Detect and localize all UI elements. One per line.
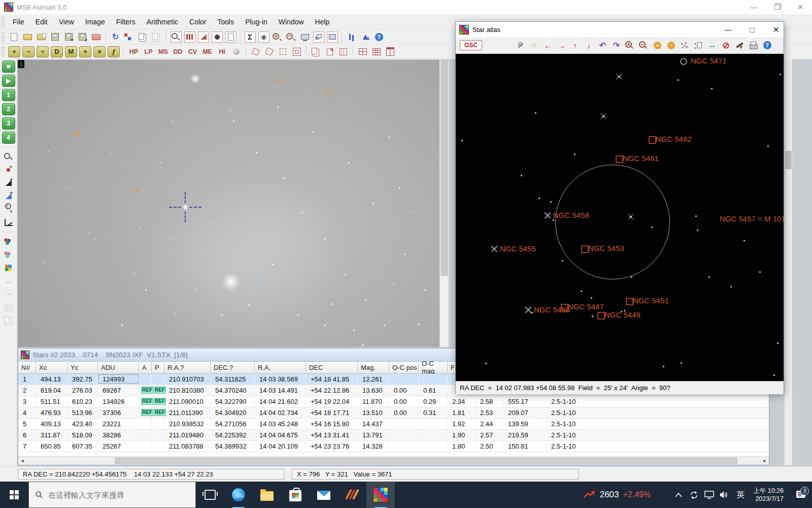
table-cell[interactable]: [139, 430, 152, 440]
sidebar-query-button[interactable]: [2, 203, 15, 215]
table-cell[interactable]: 211.083788: [164, 441, 211, 451]
close-button[interactable]: ✕: [789, 0, 812, 14]
menu-item-arithmetic[interactable]: Arithmetic: [141, 14, 184, 29]
save-j-button[interactable]: J: [76, 30, 89, 44]
table-cell[interactable]: 25267: [98, 441, 139, 451]
table-cell[interactable]: 1.92: [448, 419, 476, 429]
preview-button[interactable]: [169, 30, 183, 44]
table-cell[interactable]: 150.81: [503, 441, 547, 451]
columns-view-button[interactable]: [336, 45, 350, 58]
table-cell[interactable]: 211.019480: [164, 430, 211, 440]
table-horizontal-scrollbar[interactable]: ◂ ▸: [18, 456, 769, 465]
table-cell[interactable]: 311.87: [36, 430, 67, 440]
mosaic-button[interactable]: [358, 30, 372, 44]
column-header-Yc[interactable]: Yc: [67, 362, 98, 373]
atlas-block-button[interactable]: ⊘: [719, 39, 733, 51]
filter-ms-button[interactable]: MS: [157, 47, 169, 57]
menu-item-help[interactable]: Help: [310, 14, 335, 29]
table-cell[interactable]: 210.910703: [164, 374, 211, 384]
paste-button[interactable]: [150, 30, 163, 44]
table-cell[interactable]: 139.59: [503, 419, 547, 429]
table-cell[interactable]: 7: [18, 441, 36, 451]
sidebar-slot-3-button[interactable]: 3: [2, 117, 15, 130]
copy-button[interactable]: [136, 30, 150, 44]
table-cell[interactable]: [139, 441, 152, 451]
table-row[interactable]: 6311.87518.0938286211.01948054.22539214 …: [18, 430, 769, 441]
sidebar-star-select-button[interactable]: [2, 150, 15, 163]
column-header-N#[interactable]: N#: [18, 362, 36, 373]
table-cell[interactable]: 13.510: [358, 407, 389, 418]
column-header-R.A.?[interactable]: R.A.?: [164, 362, 211, 373]
table-cell[interactable]: REF: [152, 396, 164, 406]
column-header-Mag.[interactable]: Mag.: [358, 362, 389, 373]
table-cell[interactable]: 511.51: [36, 396, 67, 406]
zoom-in-button[interactable]: [270, 30, 284, 44]
page-export-button[interactable]: [323, 45, 336, 58]
table-cell[interactable]: 2.5-1-10: [547, 407, 579, 418]
table-cell[interactable]: [152, 374, 164, 384]
taskbar-app-store[interactable]: [281, 482, 310, 508]
table-cell[interactable]: 392.75: [67, 374, 98, 384]
table-cell[interactable]: 14 03 38.569: [255, 374, 306, 384]
table-cell[interactable]: [419, 441, 448, 451]
column-header-DEC[interactable]: DEC: [306, 362, 358, 373]
restore-button[interactable]: [765, 0, 789, 14]
view-eye-button[interactable]: ◉: [257, 30, 270, 44]
save-v-button[interactable]: V: [62, 30, 76, 44]
table-cell[interactable]: 1.90: [448, 430, 476, 440]
open-folder-button[interactable]: [21, 30, 35, 44]
table-cell[interactable]: [139, 419, 152, 429]
minimize-button[interactable]: —: [742, 0, 765, 14]
table-cell[interactable]: 0.31: [419, 407, 448, 418]
batch-convert-button[interactable]: [122, 30, 136, 44]
table-cell[interactable]: 2.58: [476, 396, 503, 406]
workspace-scrollbar-thumb[interactable]: [785, 151, 792, 169]
table-cell[interactable]: 2.5-1-10: [547, 396, 579, 406]
save-button[interactable]: [48, 30, 62, 44]
image-canvas[interactable]: [18, 60, 440, 347]
math-op-button-5[interactable]: +: [79, 46, 91, 57]
sidebar-profile-dark-button[interactable]: [2, 177, 15, 189]
toolbar1-grip[interactable]: [1, 31, 6, 43]
taskbar-search[interactable]: [28, 482, 196, 508]
table-cell[interactable]: 276.03: [67, 385, 98, 395]
table-cell[interactable]: 6: [18, 430, 36, 440]
grid-2-button[interactable]: [356, 45, 369, 58]
workspace-vertical-scrollbar[interactable]: [784, 58, 792, 465]
table-cell[interactable]: REF: [139, 385, 152, 395]
language-indicator[interactable]: 英: [732, 490, 749, 500]
folder-close-button[interactable]: [89, 30, 103, 44]
filter-cv-button[interactable]: CV: [187, 47, 198, 57]
table-cell[interactable]: 423.40: [67, 419, 98, 429]
taskbar-app-astroart[interactable]: [366, 482, 395, 508]
table-row[interactable]: 5409.13423.4023221210.93853254.27105614 …: [18, 419, 769, 430]
table-cell[interactable]: [419, 419, 448, 429]
table-cell[interactable]: 69267: [98, 385, 139, 395]
table-cell[interactable]: +54 13 31.41: [306, 430, 358, 440]
sidebar-profile-blue-button[interactable]: [2, 190, 15, 202]
table-cell[interactable]: 513.96: [67, 407, 98, 418]
notification-center-button[interactable]: 3: [790, 490, 812, 499]
full-screen-button[interactable]: [298, 30, 312, 44]
atlas-arrow-up-button[interactable]: ↑: [568, 39, 582, 51]
table-cell[interactable]: 607.35: [67, 441, 98, 451]
image-scrollbar-thumb[interactable]: [441, 60, 448, 276]
table-cell[interactable]: +54 18 41.85: [306, 374, 358, 384]
taskbar-app-edge[interactable]: [224, 482, 253, 508]
column-header-R.A.[interactable]: R.A.: [255, 362, 306, 373]
atlas-zoom-in-button[interactable]: [623, 39, 637, 51]
table-cell[interactable]: [419, 430, 448, 440]
atlas-help-button[interactable]: ?: [760, 39, 774, 51]
table-row[interactable]: 4476.93513.9637306REFREF211.01139054.304…: [18, 407, 769, 419]
sidebar-play-button[interactable]: ▶: [2, 75, 15, 87]
table-cell[interactable]: 54.304920: [211, 407, 255, 418]
table-cell[interactable]: +54 22 12.86: [306, 385, 358, 395]
atlas-wrench-button[interactable]: [514, 39, 527, 51]
window-large-button[interactable]: [325, 30, 339, 44]
atlas-arrow-left-button[interactable]: ←: [541, 39, 555, 51]
task-view-button[interactable]: [196, 482, 224, 508]
main-title-bar[interactable]: MSB Astroart 5.0 — ✕: [0, 0, 812, 14]
table-cell[interactable]: 14.437: [358, 419, 389, 429]
filter-dd-button[interactable]: DD: [172, 47, 184, 57]
table-cell[interactable]: 619.04: [36, 385, 67, 395]
